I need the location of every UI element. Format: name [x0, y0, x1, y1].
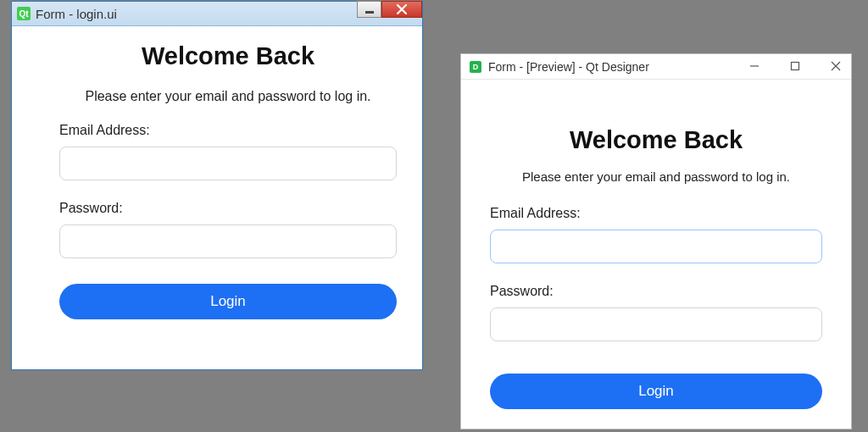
email-label: Email Address:: [59, 123, 397, 138]
form-heading: Welcome Back: [490, 126, 822, 154]
close-button[interactable]: [824, 56, 848, 76]
email-label: Email Address:: [490, 206, 822, 221]
email-field[interactable]: [59, 147, 397, 180]
designer-window: Qt Form - login.ui Welcome Back Please e…: [11, 1, 423, 370]
svg-rect-1: [792, 63, 799, 70]
designer-window-controls: [357, 1, 422, 18]
password-label: Password:: [490, 284, 822, 299]
preview-window-title: Form - [Preview] - Qt Designer: [488, 60, 649, 74]
password-label: Password:: [59, 201, 397, 216]
close-icon: [397, 4, 407, 14]
password-field[interactable]: [59, 224, 397, 258]
close-button[interactable]: [381, 1, 422, 18]
qt-icon: Qt: [17, 7, 31, 20]
designer-window-title: Form - login.ui: [36, 7, 117, 21]
email-field[interactable]: [490, 230, 822, 263]
minimize-button[interactable]: [743, 56, 766, 76]
form-subtext: Please enter your email and password to …: [490, 169, 822, 184]
preview-titlebar: D Form - [Preview] - Qt Designer: [461, 54, 851, 80]
preview-window: D Form - [Preview] - Qt Designer Welcome…: [460, 53, 852, 429]
password-field[interactable]: [490, 307, 822, 341]
form-heading: Welcome Back: [59, 42, 397, 70]
minimize-icon: [749, 61, 760, 71]
maximize-button[interactable]: [783, 56, 807, 76]
preview-window-controls: [743, 56, 848, 76]
close-icon: [831, 61, 841, 71]
login-form: Welcome Back Please enter your email and…: [59, 37, 397, 319]
login-button[interactable]: Login: [59, 284, 397, 319]
login-button[interactable]: Login: [490, 374, 822, 409]
designer-canvas[interactable]: Welcome Back Please enter your email and…: [18, 30, 416, 363]
maximize-icon: [790, 61, 800, 71]
form-subtext: Please enter your email and password to …: [59, 89, 397, 104]
login-form-preview: Welcome Back Please enter your email and…: [461, 80, 851, 409]
app-icon: D: [470, 61, 481, 73]
minimize-button[interactable]: [357, 1, 381, 18]
designer-titlebar: Qt Form - login.ui: [12, 2, 422, 26]
